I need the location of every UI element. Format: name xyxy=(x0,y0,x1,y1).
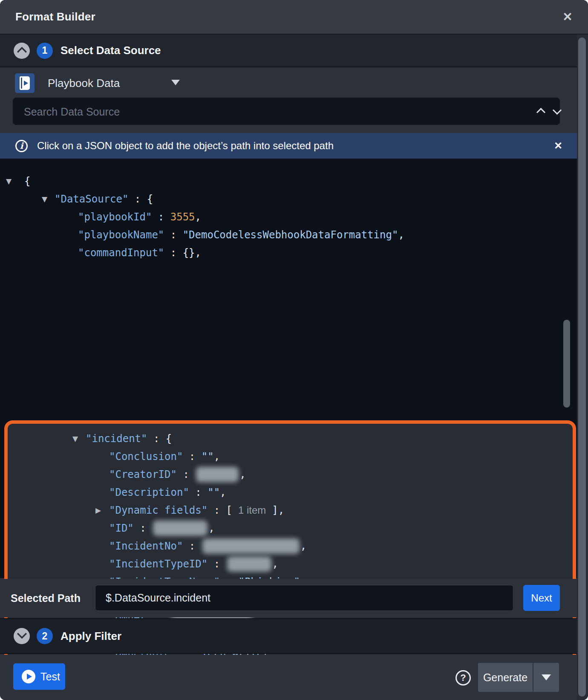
play-glyph-icon xyxy=(24,81,28,86)
section-apply-filter-header: 2 Apply Filter xyxy=(0,618,588,654)
json-key: "IncidentNo" xyxy=(109,540,183,552)
json-viewer: ▼{▼"DataSource" : {"playbookId" : 3555,"… xyxy=(0,159,577,578)
json-key: "CreatorID" xyxy=(109,469,177,480)
json-punct: , xyxy=(220,486,226,498)
search-input[interactable] xyxy=(23,98,519,126)
json-line[interactable]: "IncidentTypeID" : , xyxy=(8,555,573,573)
step1-badge: 1 xyxy=(37,43,53,59)
json-key: "commandInput" xyxy=(78,247,164,259)
section1-title: Select Data Source xyxy=(61,44,161,57)
dialog-titlebar: Format Builder ✕ xyxy=(0,0,588,34)
generate-dropdown-button[interactable] xyxy=(533,663,559,692)
json-line[interactable]: "playbookId" : 3555, xyxy=(0,208,577,226)
test-button-label: Test xyxy=(40,671,60,683)
section2-title: Apply Filter xyxy=(61,630,121,643)
search-next-chevron-icon[interactable] xyxy=(553,106,562,115)
info-banner-close-icon[interactable]: ✕ xyxy=(550,133,567,159)
json-punct: , xyxy=(239,469,245,480)
json-key: "playbookId" xyxy=(78,211,152,223)
json-separator: : xyxy=(183,540,201,552)
json-separator: : xyxy=(134,522,152,534)
json-separator: : xyxy=(147,433,166,445)
play-icon xyxy=(22,670,35,683)
json-punct: , xyxy=(272,558,278,570)
dialog-scrollbar-track xyxy=(577,35,588,700)
expand-section2-button[interactable] xyxy=(14,628,30,644)
dialog-close-icon[interactable]: ✕ xyxy=(558,0,577,34)
json-string: "" xyxy=(208,486,220,498)
chevron-down-icon xyxy=(17,628,27,639)
info-icon: i xyxy=(15,140,28,152)
json-vertical-scrollbar-thumb[interactable] xyxy=(563,320,570,408)
json-line[interactable]: ▼{ xyxy=(0,172,577,190)
json-line[interactable]: "Conclusion" : "", xyxy=(8,448,573,466)
json-punct: [ xyxy=(226,504,232,516)
json-line[interactable]: ▶"Dynamic fields" : [1 item], xyxy=(8,501,573,519)
selected-path-row: Selected Path Next xyxy=(0,579,577,617)
selected-path-label: Selected Path xyxy=(11,579,81,617)
expand-node-icon[interactable]: ▶ xyxy=(95,501,101,519)
info-banner-text: Click on a JSON object to add the object… xyxy=(37,140,334,152)
generate-button[interactable]: Generate xyxy=(478,663,533,692)
selected-path-input[interactable] xyxy=(95,585,513,611)
json-punct: { xyxy=(24,175,30,187)
json-separator: : xyxy=(164,229,182,241)
collapse-section1-button[interactable] xyxy=(14,43,30,59)
next-button[interactable]: Next xyxy=(523,585,560,611)
search-data-source-box xyxy=(13,98,560,125)
json-string: "DemoCodelessWebhookDataFormatting" xyxy=(183,229,398,241)
json-punct: , xyxy=(398,229,404,241)
help-icon[interactable]: ? xyxy=(455,670,471,686)
json-key: "incident" xyxy=(86,433,147,445)
info-banner: i Click on a JSON object to add the obje… xyxy=(0,133,577,159)
chevron-up-icon xyxy=(17,46,27,57)
search-prev-chevron-icon[interactable] xyxy=(536,108,545,117)
dropdown-caret-icon[interactable] xyxy=(171,80,180,85)
playbook-data-icon xyxy=(15,73,35,93)
dialog-scrollbar-thumb[interactable] xyxy=(578,38,586,697)
collapse-node-icon[interactable]: ▼ xyxy=(72,430,78,448)
json-separator: : xyxy=(164,247,182,259)
json-punct: {}, xyxy=(183,247,201,259)
json-separator: : xyxy=(208,558,226,570)
json-line[interactable]: "playbookName" : "DemoCodelessWebhookDat… xyxy=(0,226,577,244)
json-line[interactable]: "IncidentNo" : , xyxy=(8,537,573,555)
json-number: 3555 xyxy=(170,211,195,223)
json-separator: : xyxy=(152,211,170,223)
json-line[interactable]: "ID" : , xyxy=(8,519,573,537)
json-punct: , xyxy=(300,540,306,552)
json-line[interactable]: ▼"incident" : { xyxy=(8,430,573,448)
json-punct: { xyxy=(147,193,153,205)
json-punct: , xyxy=(195,211,201,223)
json-line[interactable]: ▼"DataSource" : { xyxy=(0,190,577,208)
json-separator: : xyxy=(189,486,208,498)
book-icon xyxy=(20,76,30,90)
redacted-value xyxy=(202,538,300,554)
redacted-value xyxy=(227,556,271,572)
json-separator: : xyxy=(208,504,226,516)
json-separator: : xyxy=(128,193,147,205)
caret-down-icon xyxy=(542,674,551,680)
json-separator: : xyxy=(183,451,201,463)
json-punct: , xyxy=(214,451,220,463)
json-line[interactable]: "commandInput" : {}, xyxy=(0,244,577,262)
json-summary: 1 item xyxy=(238,504,266,516)
data-source-dropdown[interactable]: Playbook Data xyxy=(48,73,120,93)
step2-badge: 2 xyxy=(37,628,53,644)
footer-bar: Test ? Generate xyxy=(0,655,588,700)
json-key: "IncidentTypeID" xyxy=(109,558,208,570)
json-punct: , xyxy=(208,522,214,534)
json-string: "" xyxy=(202,451,214,463)
collapse-node-icon[interactable]: ▼ xyxy=(6,172,12,190)
json-punct: { xyxy=(166,433,172,445)
json-line[interactable]: "CreatorID" : , xyxy=(8,466,573,483)
format-builder-dialog: Format Builder ✕ 1 Select Data Source Pl… xyxy=(0,0,588,700)
json-line[interactable]: "Description" : "", xyxy=(8,483,573,501)
dialog-title: Format Builder xyxy=(15,0,95,34)
redacted-value xyxy=(196,467,239,482)
json-key: "Conclusion" xyxy=(109,451,183,463)
test-button[interactable]: Test xyxy=(13,663,65,690)
collapse-node-icon[interactable]: ▼ xyxy=(42,190,47,208)
redacted-value xyxy=(153,521,208,536)
json-punct: ], xyxy=(272,504,284,516)
